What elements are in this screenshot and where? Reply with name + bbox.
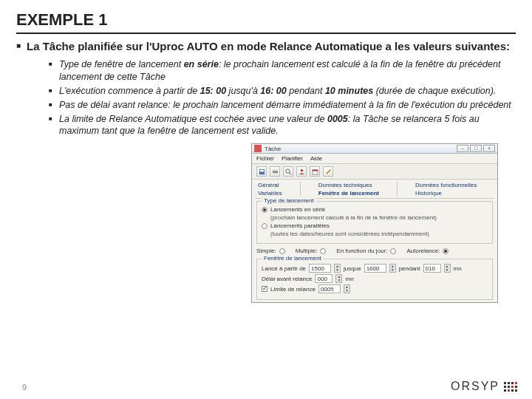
checkbox-relance[interactable] — [262, 286, 267, 292]
label-fonction: En fonction du jour: — [336, 248, 387, 254]
maximize-button[interactable]: □ — [470, 145, 482, 152]
lead-text: La Tâche planifiée sur l'Uproc AUTO en m… — [16, 40, 516, 52]
legend-type: Type de lancement — [262, 197, 316, 204]
wand-icon[interactable] — [323, 166, 333, 177]
svg-rect-3 — [273, 169, 276, 171]
input-delai[interactable]: 000 — [315, 274, 332, 283]
input-minutes[interactable]: 010 — [423, 264, 441, 273]
tabs: Général Variables Données techniques Fen… — [252, 180, 497, 197]
spin-to[interactable]: ▲▼ — [389, 264, 396, 273]
radio-simple[interactable] — [279, 248, 285, 254]
window-title: Tâche — [265, 146, 457, 152]
label-multiple: Multiple: — [296, 248, 318, 254]
save-icon[interactable] — [256, 166, 267, 177]
bullet-3: Pas de délai avant relance: le prochain … — [49, 99, 516, 112]
brand-text: ORSYP — [451, 380, 499, 393]
radio-serie-label: Lancements en série — [270, 206, 325, 213]
tab-donnees-techniques[interactable]: Données techniques — [318, 182, 379, 188]
brand-logo: ORSYP — [451, 380, 517, 393]
label-delai: Délai avant relance — [262, 276, 312, 282]
radio-autorelance[interactable] — [443, 248, 449, 254]
titlebar: Tâche – □ × — [252, 144, 497, 154]
svg-line-9 — [326, 170, 330, 174]
menu-planifier[interactable]: Planifier — [282, 155, 303, 162]
page-number: 9 — [22, 383, 27, 392]
menu-aide[interactable]: Aide — [310, 155, 322, 162]
label-autorelance: Autorelance: — [406, 248, 440, 254]
bullet-2: L'exécution commence à partir de 15: 00 … — [49, 85, 516, 98]
radio-parallele-sub: (toutes les dates/heures sont considérée… — [270, 231, 429, 237]
bullet-1: Type de fenêtre de lancement en série: l… — [49, 58, 516, 83]
svg-rect-8 — [312, 170, 317, 171]
tab-fenetre-lancement[interactable]: Fenêtre de lancement — [318, 190, 379, 197]
brand-dots-icon — [504, 382, 517, 392]
radio-fonction[interactable] — [390, 248, 396, 254]
svg-point-6 — [300, 169, 303, 172]
radio-serie-sub: (prochain lancement calculé à la fin de … — [270, 214, 437, 221]
app-icon — [254, 145, 262, 152]
calendar-icon[interactable] — [310, 166, 320, 177]
bullet-list: Type de fenêtre de lancement en série: l… — [49, 58, 516, 137]
svg-point-10 — [330, 169, 331, 171]
input-to[interactable]: 1600 — [364, 264, 386, 273]
legend-fenetre: Fenêtre de lancement — [262, 255, 324, 262]
user-icon[interactable] — [296, 166, 307, 177]
menu-fichier[interactable]: Fichier — [256, 155, 274, 162]
spin-delai[interactable]: ▲▼ — [335, 274, 342, 283]
minimize-button[interactable]: – — [457, 145, 468, 152]
group-type-lancement: Type de lancement Lancements en série (p… — [256, 201, 493, 244]
radio-parallele[interactable] — [262, 223, 267, 229]
group-fenetre-lancement: Fenêtre de lancement Lancé à partir de 1… — [256, 259, 493, 300]
spin-relance[interactable]: ▲▼ — [344, 284, 350, 293]
bullet-4: La limite de Relance Automatique est coc… — [49, 113, 516, 138]
radio-serie[interactable] — [262, 207, 267, 213]
input-from[interactable]: 1500 — [309, 264, 331, 273]
print-icon[interactable] — [270, 166, 280, 177]
radio-parallele-label: Lancements parallèles — [270, 222, 330, 229]
input-relance[interactable]: 0005 — [318, 284, 341, 293]
spin-minutes[interactable]: ▲▼ — [444, 264, 451, 273]
radio-multiple[interactable] — [320, 248, 326, 254]
label-jusque: jusque — [344, 265, 361, 272]
label-pendant: pendant — [399, 265, 420, 272]
label-mn2: mn — [345, 276, 353, 282]
label-lance: Lancé à partir de — [262, 265, 306, 272]
svg-line-5 — [289, 172, 291, 174]
spin-from[interactable]: ▲▼ — [334, 264, 341, 273]
svg-rect-1 — [259, 170, 263, 172]
page-title: EXEMPLE 1 — [16, 10, 516, 34]
label-mn: mn — [454, 265, 462, 272]
tab-general[interactable]: Général — [258, 182, 282, 188]
app-window: Tâche – □ × Fichier Planifier Aide Génér… — [251, 143, 498, 303]
preview-icon[interactable] — [283, 166, 293, 177]
close-button[interactable]: × — [483, 145, 495, 152]
label-relance: Limite de relance — [270, 286, 316, 293]
tab-donnees-fonctionnelles[interactable]: Données fonctionnelles — [415, 182, 477, 188]
tab-variables[interactable]: Variables — [258, 190, 282, 197]
menubar: Fichier Planifier Aide — [252, 154, 497, 164]
toolbar — [252, 164, 497, 180]
tab-historique[interactable]: Historique — [415, 190, 477, 197]
label-simple: Simple: — [256, 248, 276, 254]
